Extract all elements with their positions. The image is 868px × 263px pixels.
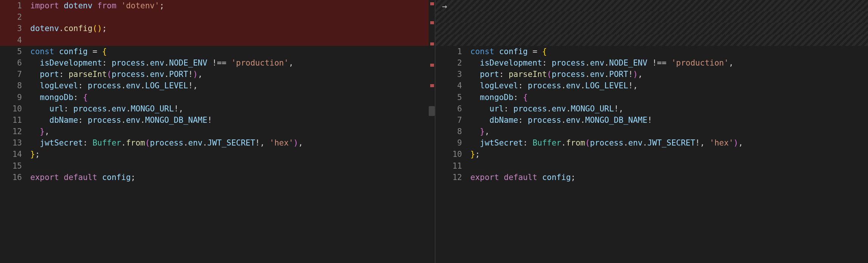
token-punct: .: [561, 138, 566, 147]
scrollbar-thumb[interactable]: [429, 106, 435, 116]
code-line[interactable]: 3dotenv.config();: [0, 23, 435, 34]
ruler-diff-mark[interactable]: [430, 84, 434, 87]
token-prop: process: [528, 81, 562, 90]
code-line[interactable]: 5 mongoDb: {: [436, 92, 868, 103]
diff-editor[interactable]: 1import dotenv from 'dotenv';23dotenv.co…: [0, 0, 868, 263]
code-content[interactable]: jwtSecret: Buffer.from(process.env.JWT_S…: [469, 137, 868, 149]
code-content[interactable]: isDevelopment: process.env.NODE_ENV !== …: [29, 57, 435, 69]
code-line[interactable]: 11 dbName: process.env.MONGO_DB_NAME!: [0, 114, 435, 126]
token-white: [227, 58, 232, 67]
ruler-diff-mark[interactable]: [430, 64, 434, 67]
token-punct: ;: [102, 24, 107, 33]
token-white: [528, 47, 533, 56]
code-content[interactable]: mongoDb: {: [29, 92, 435, 103]
ruler-diff-mark[interactable]: [430, 42, 434, 45]
token-white: [537, 47, 542, 56]
token-punct: .: [561, 116, 566, 125]
line-number-gutter: 10: [436, 149, 469, 160]
line-number-gutter: 9: [0, 92, 29, 103]
token-punct: ,: [298, 138, 303, 147]
code-lines-modified[interactable]: 1const config = {2 isDevelopment: proces…: [436, 0, 868, 263]
code-content[interactable]: },: [469, 126, 868, 137]
code-line[interactable]: 8 logLevel: process.env.LOG_LEVEL!,: [0, 80, 435, 91]
code-line[interactable]: 12 },: [0, 126, 435, 137]
code-line[interactable]: 5const config = {: [0, 46, 435, 57]
token-prop: env: [566, 81, 580, 90]
code-content[interactable]: };: [469, 149, 868, 160]
code-line[interactable]: 2: [0, 11, 435, 23]
code-lines-original[interactable]: 1import dotenv from 'dotenv';23dotenv.co…: [0, 0, 435, 263]
code-content[interactable]: url: process.env.MONGO_URL!,: [29, 103, 435, 114]
token-punct: .: [547, 104, 552, 113]
token-punct: :: [78, 116, 83, 125]
token-punct: :: [542, 58, 547, 67]
token-punct: .: [580, 81, 585, 90]
token-obj: Buffer: [532, 138, 561, 147]
token-white: [68, 104, 73, 113]
code-line[interactable]: 7 dbName: process.env.MONGO_DB_NAME!: [436, 114, 868, 126]
ruler-diff-mark[interactable]: [430, 21, 434, 24]
code-line[interactable]: 3 port: parseInt(process.env.PORT!),: [436, 69, 868, 80]
code-line[interactable]: 9 jwtSecret: Buffer.from(process.env.JWT…: [436, 137, 868, 149]
code-content[interactable]: isDevelopment: process.env.NODE_ENV !== …: [469, 57, 868, 69]
code-content[interactable]: import dotenv from 'dotenv';: [29, 0, 435, 11]
code-content[interactable]: export default config;: [29, 172, 435, 183]
code-line[interactable]: 6 url: process.env.MONGO_URL!,: [436, 103, 868, 114]
code-line[interactable]: 7 port: parseInt(process.env.PORT!),: [0, 69, 435, 80]
code-content[interactable]: dbName: process.env.MONGO_DB_NAME!: [469, 114, 868, 126]
code-line[interactable]: 1const config = {: [436, 46, 868, 57]
code-line[interactable]: 15: [0, 160, 435, 172]
token-prop: jwtSecret: [40, 138, 83, 147]
code-content[interactable]: logLevel: process.env.LOG_LEVEL!,: [469, 80, 868, 91]
code-line[interactable]: 10 url: process.env.MONGO_URL!,: [0, 103, 435, 114]
code-content[interactable]: url: process.env.MONGO_URL!,: [469, 103, 868, 114]
code-line[interactable]: [436, 34, 868, 46]
code-content[interactable]: port: parseInt(process.env.PORT!),: [469, 69, 868, 80]
code-line[interactable]: 10};: [436, 149, 868, 160]
token-prop: url: [490, 104, 504, 113]
overview-ruler[interactable]: [429, 0, 435, 263]
token-punct: ,: [700, 138, 705, 147]
ruler-diff-mark[interactable]: [430, 2, 434, 5]
code-line[interactable]: 9 mongoDb: {: [0, 92, 435, 103]
code-line[interactable]: [436, 23, 868, 34]
token-punct: .: [126, 104, 131, 113]
code-content[interactable]: dotenv.config();: [29, 23, 435, 34]
code-line[interactable]: 8 },: [436, 126, 868, 137]
code-content[interactable]: },: [29, 126, 435, 137]
token-prop: jwtSecret: [480, 138, 523, 147]
code-content[interactable]: mongoDb: {: [469, 92, 868, 103]
code-line[interactable]: 4 logLevel: process.env.LOG_LEVEL!,: [436, 80, 868, 91]
token-white: [88, 47, 93, 56]
token-op: !: [614, 104, 619, 113]
token-punct: ,: [729, 58, 734, 67]
code-line[interactable]: 2 isDevelopment: process.env.NODE_ENV !=…: [436, 57, 868, 69]
token-const2: LOG_LEVEL: [585, 81, 628, 90]
code-content[interactable]: logLevel: process.env.LOG_LEVEL!,: [29, 80, 435, 91]
code-line[interactable]: 11: [436, 160, 868, 172]
token-punct: :: [73, 93, 78, 102]
code-content[interactable]: const config = {: [469, 46, 868, 57]
token-white: [83, 81, 88, 90]
code-content[interactable]: jwtSecret: Buffer.from(process.env.JWT_S…: [29, 137, 435, 149]
code-line[interactable]: 6 isDevelopment: process.env.NODE_ENV !=…: [0, 57, 435, 69]
code-line[interactable]: 14};: [0, 149, 435, 160]
diff-pane-original[interactable]: 1import dotenv from 'dotenv';23dotenv.co…: [0, 0, 436, 263]
code-line[interactable]: 16export default config;: [0, 172, 435, 183]
token-op: !: [255, 138, 260, 147]
code-content[interactable]: port: parseInt(process.env.PORT!),: [29, 69, 435, 80]
code-line[interactable]: 13 jwtSecret: Buffer.from(process.env.JW…: [0, 137, 435, 149]
code-line[interactable]: 12export default config;: [436, 172, 868, 183]
code-line[interactable]: 1import dotenv from 'dotenv';: [0, 0, 435, 11]
code-line[interactable]: 4: [0, 34, 435, 46]
code-line[interactable]: [436, 0, 868, 11]
code-line[interactable]: [436, 11, 868, 23]
line-number-gutter: 7: [0, 69, 29, 80]
code-content[interactable]: dbName: process.env.MONGO_DB_NAME!: [29, 114, 435, 126]
diff-pane-modified[interactable]: 1const config = {2 isDevelopment: proces…: [436, 0, 868, 263]
code-content[interactable]: };: [29, 149, 435, 160]
code-content[interactable]: export default config;: [469, 172, 868, 183]
token-white: [509, 104, 513, 113]
code-content[interactable]: const config = {: [29, 46, 435, 57]
revert-arrow-icon[interactable]: →: [442, 2, 447, 11]
